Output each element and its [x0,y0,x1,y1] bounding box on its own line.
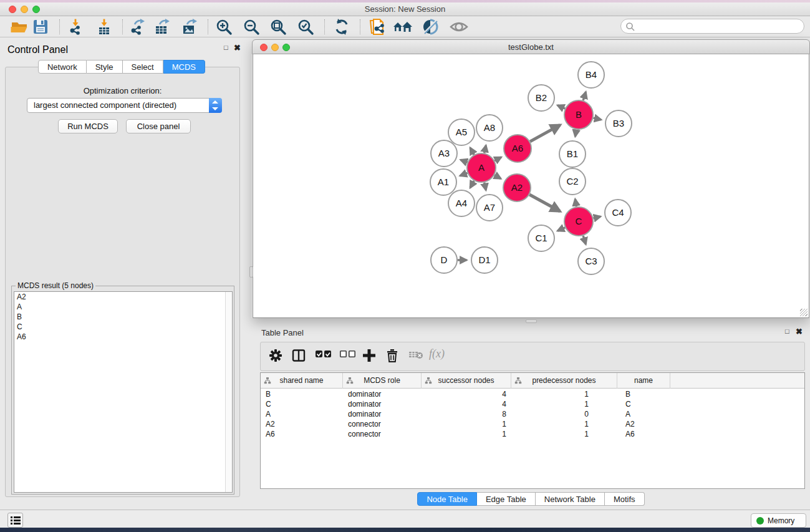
create-column-icon[interactable] [362,349,376,365]
tab-motifs[interactable]: Motifs [605,492,645,506]
tab-select[interactable]: Select [123,60,163,74]
export-network-icon[interactable] [128,18,147,36]
show-view-icon[interactable] [449,18,468,36]
table-cell[interactable]: A2 [617,419,670,429]
graph-node-C4[interactable]: C4 [605,200,631,226]
graph-node-B3[interactable]: B3 [605,110,632,137]
mcds-result-item[interactable]: B [14,312,232,322]
graph-node-D1[interactable]: D1 [471,247,498,273]
network-window-titlebar[interactable]: testGlobe.txt [252,39,810,54]
tab-network[interactable]: Network [38,60,87,74]
memory-button[interactable]: Memory [751,513,806,528]
criterion-dropdown[interactable]: largest connected component (directed) [27,98,222,113]
export-table-icon[interactable] [153,18,172,36]
table-cell[interactable]: C [261,399,343,409]
table-cell[interactable]: connector [343,429,422,439]
network-zoom-icon[interactable] [282,44,290,51]
mcds-result-item[interactable]: A2 [14,292,232,302]
import-table-icon[interactable] [95,18,113,36]
table-float-icon[interactable]: □ [785,327,789,335]
table-cell[interactable]: A [261,409,343,419]
table-cell[interactable]: 1 [511,429,617,439]
split-panel-icon[interactable] [292,349,306,365]
network-file-icon[interactable] [368,18,387,36]
graph-node-B1[interactable]: B1 [559,141,586,167]
graph-edge-A-A7[interactable] [485,183,486,190]
graph-edge-A-A2[interactable] [494,175,501,179]
hide-columns-icon[interactable] [340,349,356,365]
table-cell[interactable]: dominator [343,389,422,399]
zoom-selected-icon[interactable] [297,18,316,36]
mcds-result-item[interactable]: A [14,302,232,312]
run-mcds-button[interactable]: Run MCDS [58,119,118,133]
refresh-layout-icon[interactable] [332,18,351,36]
mcds-result-item[interactable]: C [14,322,232,332]
network-graph[interactable]: B4B2BB3A5A8A6A3B1AA1C2A2A4A7CC4C1C3DD1 [253,54,810,317]
table-cell[interactable]: 1 [422,419,511,429]
graph-node-A[interactable]: A [467,153,496,182]
zoom-window-icon[interactable] [32,6,40,13]
graph-node-B[interactable]: B [564,100,593,129]
table-cell[interactable]: 4 [422,399,511,409]
delete-column-icon[interactable] [386,349,398,365]
hide-details-icon[interactable] [421,18,440,36]
search-input[interactable] [637,21,799,32]
table-cell[interactable]: 1 [422,429,511,439]
graph-node-C1[interactable]: C1 [528,225,554,251]
vertical-splitter-handle[interactable] [249,266,253,278]
graph-node-A4[interactable]: A4 [448,190,475,216]
table-cell[interactable]: 1 [511,419,617,429]
graph-edge-C-C1[interactable] [557,228,565,231]
tab-edge-table[interactable]: Edge Table [477,492,536,506]
graph-edge-A-A8[interactable] [485,145,486,153]
graph-node-A1[interactable]: A1 [430,169,456,195]
graph-node-A5[interactable]: A5 [448,119,475,145]
tab-network-table[interactable]: Network Table [536,492,605,506]
graph-edge-B-B1[interactable] [575,130,576,137]
show-columns-icon[interactable] [316,349,332,365]
import-network-icon[interactable] [66,18,85,36]
function-builder-icon[interactable]: f(x) [429,347,445,364]
graph-edge-A6-B[interactable] [530,125,560,141]
tab-style[interactable]: Style [87,60,123,74]
table-cell[interactable]: 4 [422,389,511,399]
graph-edge-A2-C[interactable] [529,195,560,211]
graph-node-C3[interactable]: C3 [578,248,604,274]
graph-node-C[interactable]: C [564,207,593,236]
graph-edge-C-C3[interactable] [583,236,586,244]
zoom-in-icon[interactable] [215,18,234,36]
graph-edge-C-C4[interactable] [593,216,600,218]
table-cell[interactable]: B [261,389,343,399]
delete-table-icon[interactable] [408,349,423,365]
mcds-result-item[interactable]: A6 [14,332,232,342]
resize-grip[interactable] [800,309,808,316]
table-cell[interactable]: A2 [261,419,343,429]
table-cell[interactable]: connector [343,419,422,429]
table-cell[interactable]: B [617,389,670,399]
column-header-name[interactable]: name [617,373,670,389]
graph-edge-A-A1[interactable] [460,173,468,175]
result-scrollbar[interactable] [225,292,232,492]
zoom-fit-icon[interactable] [269,18,288,36]
minimize-window-icon[interactable] [21,6,28,13]
table-cell[interactable]: 0 [511,409,617,419]
graph-node-C2[interactable]: C2 [559,168,586,195]
graph-edge-A-A5[interactable] [470,148,474,155]
graph-node-B4[interactable]: B4 [578,62,604,88]
table-cell[interactable]: 1 [511,399,617,409]
graph-edge-A-A6[interactable] [494,157,501,161]
zoom-out-icon[interactable] [243,18,261,36]
graph-edge-A-A4[interactable] [470,181,474,188]
table-cell[interactable]: dominator [343,409,422,419]
save-session-icon[interactable] [31,18,50,36]
graph-node-A3[interactable]: A3 [431,140,457,167]
graph-node-B2[interactable]: B2 [528,85,554,111]
network-minimize-icon[interactable] [271,44,279,51]
horizontal-splitter-handle[interactable] [526,319,537,323]
table-cell[interactable]: 8 [422,409,511,419]
home-icon[interactable] [392,18,411,36]
network-canvas[interactable]: B4B2BB3A5A8A6A3B1AA1C2A2A4A7CC4C1C3DD1 [253,54,809,318]
close-window-icon[interactable] [9,6,16,13]
close-panel-icon[interactable]: ✖ [234,43,241,52]
tab-mcds[interactable]: MCDS [163,60,205,74]
